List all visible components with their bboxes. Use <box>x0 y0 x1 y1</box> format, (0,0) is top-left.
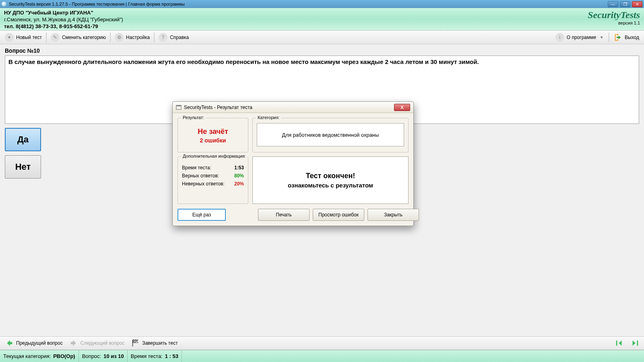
wrong-value: 20% <box>234 181 244 187</box>
status-cat-label: Текущая категория: <box>3 353 51 359</box>
app-logo: SecurityTests <box>588 10 640 21</box>
answer-no-button[interactable]: Нет <box>5 155 41 179</box>
org-header: НУ ДПО "Учебный Центр ИГУАНА" г.Смоленск… <box>0 8 644 31</box>
answer-no-label: Нет <box>15 162 31 172</box>
last-icon <box>630 339 639 348</box>
status-time-label: Время теста: <box>131 353 163 359</box>
info-icon: i <box>555 33 564 42</box>
dialog-icon <box>176 105 182 110</box>
about-button[interactable]: i О программе ▼ <box>552 32 608 43</box>
category-value: Для работников ведомственной охраны <box>257 123 404 146</box>
app-version: версия 1.1 <box>588 21 640 25</box>
org-address: г.Смоленск, ул. М.Жукова д.4 (КДЦ "Губер… <box>4 16 123 23</box>
window-title: SecurityTests версия 1.1.27.5 - Программ… <box>9 2 185 6</box>
first-icon <box>615 339 624 348</box>
last-button[interactable] <box>627 337 642 349</box>
status-q-label: Вопрос: <box>82 353 101 359</box>
answer-yes-label: Да <box>17 134 29 145</box>
again-button[interactable]: Ещё раз <box>178 209 226 221</box>
svg-rect-4 <box>637 341 638 346</box>
flag-icon <box>131 339 140 348</box>
status-bar: Текущая категория: РВО(Ор) Вопрос: 10 из… <box>0 350 644 362</box>
info-legend: Дополнительная информация: <box>181 154 248 158</box>
result-dialog: SecurityTests - Результат теста X Резуль… <box>172 101 414 226</box>
category-group: Категория: Для работников ведомственной … <box>252 118 409 152</box>
info-group: Дополнительная информация: Время теста: … <box>178 156 248 204</box>
gear-icon: ⚙ <box>115 33 124 42</box>
exit-icon <box>613 33 622 42</box>
dialog-titlebar: SecurityTests - Результат теста X <box>173 102 413 113</box>
pencil-icon: ✎ <box>51 33 60 42</box>
main-toolbar: ✦ Новый тест ✎ Сменить категорию ⚙ Настр… <box>0 31 644 44</box>
next-label: Следующий вопрос <box>80 340 124 346</box>
error-count: 2 ошибки <box>200 137 226 144</box>
category-legend: Категория: <box>256 115 281 120</box>
window-titlebar: SecurityTests версия 1.1.27.5 - Программ… <box>0 0 644 8</box>
help-icon: ? <box>159 33 167 42</box>
new-test-icon: ✦ <box>5 33 14 42</box>
finish-test-button[interactable]: Завершить тест <box>128 337 181 349</box>
app-icon <box>2 2 6 6</box>
first-button[interactable] <box>612 337 627 349</box>
answer-yes-button[interactable]: Да <box>5 128 41 151</box>
time-value: 1:53 <box>234 165 244 171</box>
org-name: НУ ДПО "Учебный Центр ИГУАНА" <box>4 10 123 16</box>
status-cat-value: РВО(Ор) <box>53 353 75 359</box>
help-label: Справка <box>170 35 189 40</box>
question-number: Вопрос №10 <box>5 47 639 54</box>
correct-label: Верных ответов: <box>182 173 219 179</box>
prev-question-button[interactable]: Предыдущий вопрос <box>2 337 66 349</box>
correct-value: 80% <box>234 173 244 179</box>
finished-subtitle: ознакомьтесь с результатом <box>288 182 373 189</box>
time-label: Время теста: <box>182 165 211 171</box>
finish-panel: Тест окончен! ознакомьтесь с результатом <box>252 156 409 204</box>
prev-label: Предыдущий вопрос <box>16 340 63 346</box>
close-button[interactable]: ✕ <box>632 1 642 7</box>
settings-label: Настройка <box>126 35 150 40</box>
org-phone: тел. 8(4812) 38-73-33, 8-915-652-61-79 <box>4 23 123 30</box>
settings-button[interactable]: ⚙ Настройка <box>111 32 153 43</box>
exit-label: Выход <box>625 35 639 40</box>
next-question-button[interactable]: Следующий вопрос <box>66 337 128 349</box>
new-test-button[interactable]: ✦ Новый тест <box>2 32 45 43</box>
wrong-label: Неверных ответов: <box>182 181 225 187</box>
maximize-button[interactable]: ❐ <box>620 1 630 7</box>
help-button[interactable]: ? Справка <box>155 32 192 43</box>
close-dialog-button[interactable]: Закрыть <box>367 209 419 221</box>
status-time-value: 1 : 53 <box>165 353 178 359</box>
view-errors-button[interactable]: Просмотр ошибок <box>313 209 364 221</box>
nav-toolbar: Предыдущий вопрос Следующий вопрос Завер… <box>0 336 644 350</box>
finish-label: Завершить тест <box>142 340 178 346</box>
result-legend: Результат: <box>181 115 206 120</box>
svg-rect-1 <box>176 105 181 106</box>
dialog-title: SecurityTests - Результат теста <box>184 105 252 110</box>
dropdown-icon: ▼ <box>599 35 605 39</box>
dialog-close-button[interactable]: X <box>394 104 410 111</box>
verdict-text: Не зачёт <box>198 128 228 136</box>
finished-title: Тест окончен! <box>306 172 355 180</box>
print-button[interactable]: Печать <box>258 209 310 221</box>
new-test-label: Новый тест <box>16 35 42 40</box>
about-label: О программе <box>567 35 596 40</box>
exit-button[interactable]: Выход <box>610 32 642 43</box>
minimize-button[interactable]: — <box>608 1 618 7</box>
svg-rect-3 <box>616 341 617 346</box>
status-q-value: 10 из 10 <box>103 353 124 359</box>
change-category-label: Сменить категорию <box>62 35 106 40</box>
result-group: Результат: Не зачёт 2 ошибки <box>178 118 248 152</box>
change-category-button[interactable]: ✎ Сменить категорию <box>47 32 109 43</box>
arrow-right-icon <box>69 339 78 348</box>
arrow-left-icon <box>5 339 14 348</box>
